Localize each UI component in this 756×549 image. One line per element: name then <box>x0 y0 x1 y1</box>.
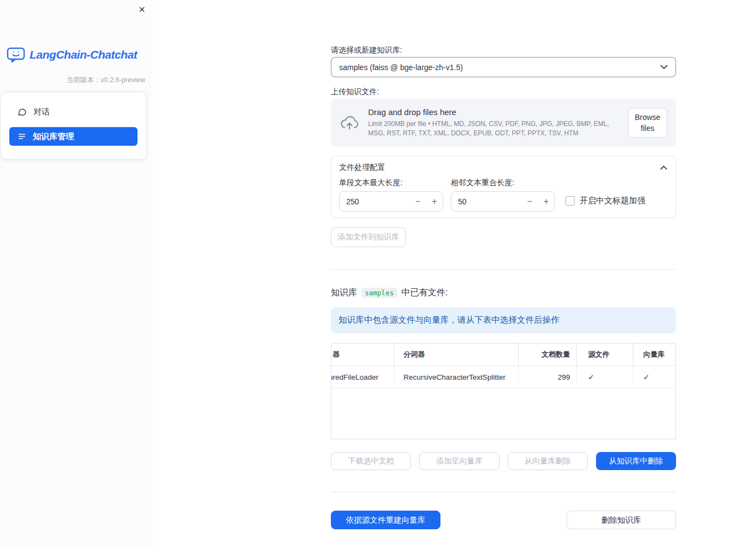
knowledge-base-icon <box>18 132 26 141</box>
cell-doc-count[interactable]: 299 <box>519 366 577 388</box>
chevron-down-icon[interactable] <box>660 65 668 70</box>
existing-files-suffix: 中已有文件: <box>402 287 448 299</box>
chat-bubble-icon <box>18 107 27 117</box>
app-root: × LangChain-Chatchat 当前版本：v0.2.6-preview… <box>0 0 756 549</box>
dropzone-title: Drag and drop files here <box>368 107 619 117</box>
zh-title-enhance-label: 开启中文标题加强 <box>580 196 645 206</box>
chunk-size-label: 单段文本最大长度: <box>339 178 403 188</box>
add-to-vector-store-button[interactable]: 添加至向量库 <box>419 452 499 470</box>
file-action-buttons: 下载选中文档 添加至向量库 从向量库删除 从知识库中删除 <box>331 452 676 470</box>
files-table-header[interactable]: 器 分词器 文档数量 源文件 向量库 <box>331 344 675 366</box>
sidebar: × LangChain-Chatchat 当前版本：v0.2.6-preview… <box>0 0 153 549</box>
download-selected-button[interactable]: 下载选中文档 <box>331 452 411 470</box>
file-config-expander-header[interactable]: 文件处理配置 <box>331 156 675 173</box>
main-content: 请选择或新建知识库: samples (faiss @ bge-large-zh… <box>331 0 676 549</box>
kb-selectbox-value: samples (faiss @ bge-large-zh-v1.5) <box>339 63 463 72</box>
cell-source-check[interactable]: ✓ <box>577 366 633 388</box>
cloud-upload-icon <box>340 115 359 131</box>
logo-text: LangChain-Chatchat <box>30 48 137 61</box>
chevron-up-icon[interactable] <box>660 165 667 170</box>
delete-from-kb-button[interactable]: 从知识库中删除 <box>596 452 676 470</box>
info-alert: 知识库中包含源文件与向量库，请从下表中选择文件后操作 <box>331 307 676 333</box>
chunk-size-increment-button[interactable]: + <box>426 192 443 211</box>
file-dropzone[interactable]: Drag and drop files here Limit 200MB per… <box>331 99 676 147</box>
sidebar-close-icon[interactable]: × <box>136 3 148 15</box>
kb-selectbox[interactable]: samples (faiss @ bge-large-zh-v1.5) <box>331 57 676 77</box>
divider <box>331 269 676 270</box>
app-logo: LangChain-Chatchat <box>7 47 137 62</box>
overlap-size-increment-button[interactable]: + <box>538 192 554 211</box>
overlap-size-value[interactable]: 50 <box>458 197 522 206</box>
sidebar-item-label: 知识库管理 <box>33 131 74 142</box>
column-header-vector-store[interactable]: 向量库 <box>633 344 675 365</box>
logo-chat-icon <box>7 47 25 62</box>
files-table: 器 分词器 文档数量 源文件 向量库 uredFileLoader Recurs… <box>331 343 676 439</box>
existing-files-prefix: 知识库 <box>331 287 357 299</box>
dropzone-text: Drag and drop files here Limit 200MB per… <box>368 107 619 138</box>
kb-select-label: 请选择或新建知识库: <box>331 45 402 55</box>
version-label: 当前版本：v0.2.6-preview <box>66 76 145 85</box>
sidebar-item-dialogue[interactable]: 对话 <box>9 102 138 121</box>
cell-vector-check[interactable]: ✓ <box>633 366 675 388</box>
overlap-size-decrement-button[interactable]: − <box>522 192 538 211</box>
overlap-size-label: 相邻文本重合长度: <box>451 178 514 188</box>
chunk-size-value[interactable]: 250 <box>346 197 410 206</box>
dropzone-limits: Limit 200MB per file • HTML, MD, JSON, C… <box>368 119 619 138</box>
file-config-expander: 文件处理配置 单段文本最大长度: 相邻文本重合长度: 250 − + 50 − … <box>331 156 676 218</box>
divider <box>331 491 676 492</box>
file-config-title: 文件处理配置 <box>339 163 385 173</box>
info-alert-text: 知识库中包含源文件与向量库，请从下表中选择文件后操作 <box>339 314 559 326</box>
sidebar-item-label: 对话 <box>33 107 50 117</box>
chunk-size-decrement-button[interactable]: − <box>410 192 426 211</box>
rebuild-vector-store-button[interactable]: 依据源文件重建向量库 <box>331 511 440 529</box>
column-header-source-file[interactable]: 源文件 <box>577 344 633 365</box>
chunk-size-input[interactable]: 250 − + <box>339 191 443 211</box>
browse-files-button[interactable]: Browse files <box>628 108 667 138</box>
kb-name-code: samples <box>362 288 397 298</box>
sidebar-item-kb-management[interactable]: 知识库管理 <box>9 127 138 146</box>
delete-kb-button[interactable]: 删除知识库 <box>566 511 676 529</box>
delete-from-vector-store-button[interactable]: 从向量库删除 <box>508 452 588 470</box>
column-header-loader[interactable]: 器 <box>331 344 394 365</box>
overlap-size-input[interactable]: 50 − + <box>451 191 555 211</box>
sidebar-menu: 对话 知识库管理 <box>1 93 146 159</box>
zh-title-enhance-checkbox[interactable]: 开启中文标题加强 <box>565 196 645 206</box>
cell-loader[interactable]: uredFileLoader <box>331 366 394 388</box>
upload-label: 上传知识文件: <box>331 87 379 97</box>
existing-files-heading: 知识库 samples 中已有文件: <box>331 287 448 299</box>
column-header-doc-count[interactable]: 文档数量 <box>519 344 577 365</box>
cell-splitter[interactable]: RecursiveCharacterTextSplitter <box>394 366 519 388</box>
table-row[interactable]: uredFileLoader RecursiveCharacterTextSpl… <box>331 366 675 388</box>
add-files-to-kb-button[interactable]: 添加文件到知识库 <box>331 227 406 247</box>
checkbox-icon[interactable] <box>565 196 575 205</box>
column-header-splitter[interactable]: 分词器 <box>394 344 519 365</box>
